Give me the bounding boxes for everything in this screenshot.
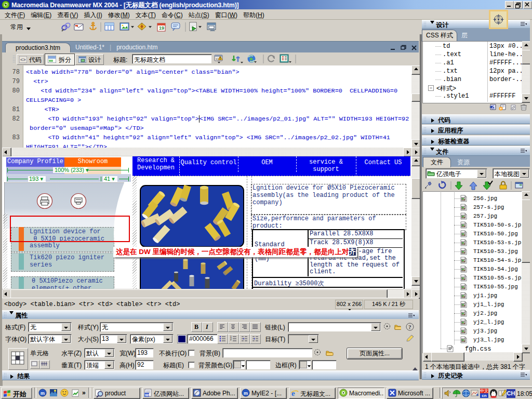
svg-text:19: 19 — [159, 25, 164, 31]
svg-text:m: m — [41, 391, 45, 396]
svg-text:193 ▾: 193 ▾ — [29, 176, 43, 182]
svg-text:W: W — [145, 393, 149, 397]
svg-text:e: e — [291, 389, 295, 397]
svg-text:100% (233) ▾: 100% (233) ▾ — [55, 167, 89, 173]
svg-text:41 ▾: 41 ▾ — [104, 176, 115, 182]
svg-text:2: 2 — [230, 338, 232, 341]
svg-text:m: m — [244, 391, 248, 396]
svg-text:<>: <> — [20, 57, 26, 62]
svg-text:!: ! — [220, 57, 221, 60]
svg-text:?: ? — [408, 324, 411, 330]
